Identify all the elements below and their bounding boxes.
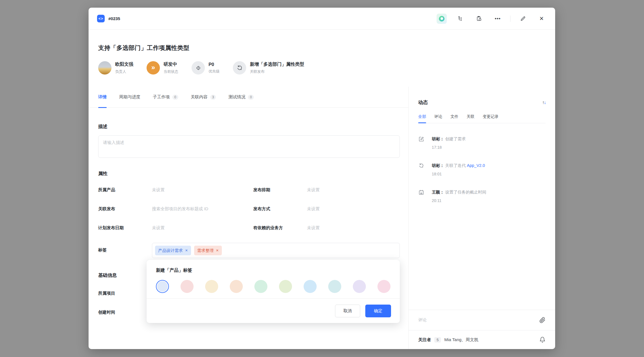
edit-pencil-icon [520,16,526,22]
popup-footer: 取消 确定 [147,298,400,323]
followers-label: 关注者 [418,337,431,343]
color-swatch[interactable] [279,280,292,293]
release-label: 关联发布 [250,69,304,74]
activity-heading: 动态 [418,99,428,106]
color-swatch[interactable] [353,280,366,293]
field-label: 有依赖的业务方 [253,225,307,231]
priority-label: 优先级 [209,69,220,74]
assignee-name: 欧阳文强 [115,61,133,67]
popup-title: 新建「产品」标签 [147,260,400,273]
action-text: 创建了需求 [445,137,466,141]
actor-name: 胡彬： [432,137,444,141]
attributes-heading: 属性 [98,171,400,177]
copy-clipboard-icon [476,16,482,22]
tab-cycle-progress[interactable]: 周期与进度 [119,87,140,108]
field-value[interactable]: 搜索全部项目的发布标题或 ID [152,206,253,212]
assignee-field[interactable]: 欧阳文强 负责人 [98,61,133,75]
activity-item: 王颖： 设置了任务的截止时间 20:11 [418,189,546,203]
actor-name: 胡彬： [432,163,444,168]
action-text: 关联了迭代 [445,163,467,168]
color-swatch[interactable] [230,280,243,293]
tag-remove-icon[interactable]: ✕ [216,248,219,252]
field-value[interactable]: 未设置 [152,187,253,193]
activity-item: 胡彬： 关联了迭代 App_V2.0 18:01 [418,163,546,176]
tab-count-badge: 0 [172,95,178,100]
tab-details[interactable]: 详情 [98,87,107,108]
color-swatch[interactable] [328,280,341,293]
assignee-label: 负责人 [115,69,133,74]
close-icon: ✕ [539,15,544,22]
description-input[interactable]: 请输入描述 [98,135,400,158]
field-label: 关联发布 [98,206,152,212]
iteration-icon [418,163,424,176]
activity-tab-files[interactable]: 文件 [450,114,458,123]
header-divider [510,16,510,22]
modal-header: <> #0235 [89,8,555,30]
comment-input[interactable]: 评论 [418,317,539,323]
field-value[interactable]: 未设置 [307,206,400,212]
action-text: 设置了任务的截止时间 [445,190,486,194]
attach-button[interactable] [539,317,546,323]
priority-field[interactable]: P0 优先级 [192,61,220,75]
color-swatch[interactable] [156,280,169,293]
tags-input[interactable]: 产品设计需求 ✕ 需求整理 ✕ [152,243,400,258]
work-item-modal: <> #0235 [89,8,555,349]
close-button[interactable]: ✕ [536,14,547,24]
tab-count-badge: 3 [210,95,216,100]
activity-item: 胡彬： 创建了需求 17:18 [418,136,546,150]
bell-icon [539,337,546,343]
color-swatch[interactable] [205,280,218,293]
field-value[interactable]: 未设置 [307,187,400,193]
tags-label: 标签 [98,243,152,258]
cancel-button[interactable]: 取消 [335,305,360,317]
activity-time: 20:11 [432,198,486,203]
action-link[interactable]: App_V2.0 [467,163,485,168]
description-heading: 描述 [98,124,400,130]
work-item-title: 支持「多选部门」工作项属性类型 [98,44,546,52]
tab-linked-content[interactable]: 关联内容 3 [191,87,216,108]
sort-order-icon[interactable]: ↑↓ [542,100,546,105]
new-tag-color-popup: 新建「产品」标签 取消 确定 [147,260,400,323]
calendar-icon [418,189,424,203]
status-ring-button[interactable] [437,14,447,24]
color-swatches [147,273,400,293]
activity-tab-all[interactable]: 全部 [418,114,426,123]
field-label: 计划发布日期 [98,225,152,231]
field-label: 所属产品 [98,187,152,193]
workflow-tree-icon [457,16,463,22]
actor-name: 王颖： [432,190,444,194]
tag-remove-icon[interactable]: ✕ [185,248,188,252]
more-icon: ••• [495,16,501,22]
field-label: 发布排期 [253,187,307,193]
edit-button[interactable] [518,14,528,24]
color-swatch[interactable] [254,280,267,293]
tag-chip: 需求整理 ✕ [194,246,222,255]
followers-names: Mia Tang、周文凯 [444,337,478,343]
workflow-tree-button[interactable] [455,14,465,24]
status-icon: » [147,61,160,75]
field-value[interactable]: 未设置 [152,225,253,231]
activity-tab-comments[interactable]: 评论 [434,114,442,123]
release-iteration-icon [233,61,246,75]
paperclip-icon [539,317,546,323]
tab-test-status[interactable]: 测试情况 0 [228,87,254,108]
tag-chip: 产品设计需求 ✕ [155,246,191,255]
activity-tab-links[interactable]: 关联 [467,114,475,123]
color-swatch[interactable] [304,280,317,293]
tab-count-badge: 0 [248,95,254,100]
status-field[interactable]: » 研发中 当前状态 [147,61,178,75]
assignee-avatar [98,61,111,75]
activity-tab-changelog[interactable]: 变更记录 [483,114,499,123]
followers-row: 关注者 5 Mia Tang、周文凯 [409,330,555,349]
comment-row: 评论 [409,310,555,330]
notify-button[interactable] [539,337,546,343]
confirm-button[interactable]: 确定 [365,305,391,317]
copy-clipboard-button[interactable] [474,14,484,24]
color-swatch[interactable] [377,280,390,293]
color-swatch[interactable] [181,280,194,293]
release-field[interactable]: 新增「多选部门」属性类型 关联发布 [233,61,304,75]
field-value[interactable]: 未设置 [307,225,400,231]
tab-sub-items[interactable]: 子工作项 0 [153,87,178,108]
release-value: 新增「多选部门」属性类型 [250,61,304,67]
more-button[interactable]: ••• [493,14,503,24]
